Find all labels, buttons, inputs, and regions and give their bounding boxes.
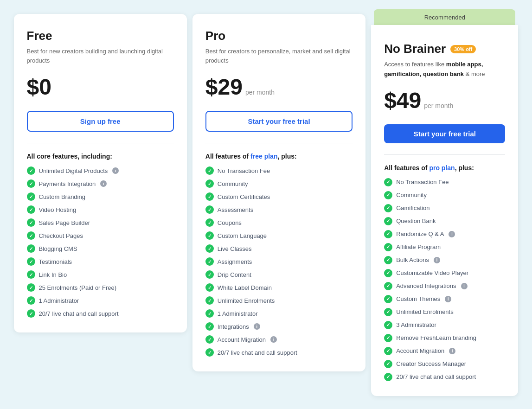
no-brainer-features-heading: All features of pro plan, plus: [384,164,505,172]
check-icon [384,230,392,238]
info-icon[interactable] [461,283,468,289]
no-brainer-cta-button[interactable]: Start your free trial [384,124,505,143]
list-item: Custom Themes [384,295,505,303]
info-icon[interactable] [449,231,455,237]
check-icon [205,205,214,214]
check-icon [27,270,35,279]
list-item: 25 Enrolments (Paid or Free) [27,283,174,292]
list-item: Account Migration [205,335,353,344]
info-icon[interactable] [100,180,107,187]
no-brainer-feature-list: No Transaction Fee Community Gamificatio… [384,178,505,381]
list-item: Custom Certificates [205,192,353,201]
check-icon [27,192,35,201]
list-item: Community [205,179,353,188]
pro-plan-name: Pro [205,29,353,43]
pro-cta-button[interactable]: Start your free trial [205,111,353,132]
list-item: Gamification [384,204,505,212]
check-icon [384,204,392,212]
check-icon [384,256,392,264]
check-icon [205,166,214,175]
no-brainer-divider [384,154,505,155]
check-icon [205,348,214,357]
list-item: Account Migration [384,347,505,355]
free-cta-button[interactable]: Sign up free [27,111,174,132]
free-plan-card: Free Best for new creators building and … [14,14,187,332]
list-item: 1 Administrator [205,309,353,318]
check-icon [384,282,392,290]
no-brainer-description: Access to features like mobile apps, gam… [384,60,505,79]
list-item: White Label Domain [205,283,353,292]
list-item: Coupons [205,218,353,227]
free-price-row: $0 [27,74,174,100]
free-price-amount: $0 [27,74,51,100]
list-item: Unlimited Digital Products [27,166,174,175]
list-item: Link In Bio [27,270,174,279]
list-item: Payments Integration [27,179,174,188]
no-brainer-price-row: $49 per month [384,88,505,113]
list-item: Affiliate Program [384,243,505,251]
check-icon [27,179,35,188]
no-brainer-price-amount: $49 [384,88,421,113]
pro-price-amount: $29 [205,74,243,100]
info-icon[interactable] [449,348,455,354]
list-item: No Transaction Fee [205,166,353,175]
check-icon [205,231,214,240]
no-brainer-name-row: No Brainer 30% off [384,42,505,56]
list-item: Bulk Actions [384,256,505,264]
recommended-badge-wrapper: Recommended [374,9,515,25]
free-plan-description: Best for new creators building and launc… [27,47,174,65]
recommended-badge: Recommended [424,14,465,21]
check-icon [27,296,35,305]
pro-plan-card: Pro Best for creators to personalize, ma… [192,14,365,371]
list-item: 3 Administrator [384,321,505,329]
check-icon [205,283,214,292]
list-item: 20/7 live chat and call support [27,309,174,318]
check-icon [205,192,214,201]
check-icon [205,257,214,266]
list-item: Custom Branding [27,192,174,201]
list-item: Creator Success Manager [384,360,505,368]
check-icon [384,178,392,186]
list-item: Integrations [205,322,353,331]
check-icon [384,308,392,316]
pro-features-heading: All features of free plan, plus: [205,153,353,160]
info-icon[interactable] [112,167,119,174]
info-icon[interactable] [434,257,440,263]
list-item: Customizable Video Player [384,269,505,277]
check-icon [384,321,392,329]
list-item: Video Hosting [27,205,174,214]
check-icon [205,218,214,227]
pro-price-row: $29 per month [205,74,353,100]
pro-feature-list: No Transaction Fee Community Custom Cert… [205,166,353,357]
pro-plan-description: Best for creators to personalize, market… [205,47,353,65]
list-item: Remove FreshLearn branding [384,334,505,342]
list-item: Randomize Q & A [384,230,505,238]
info-icon[interactable] [254,323,260,330]
list-item: Assignments [205,257,353,266]
list-item: Advanced Integrations [384,282,505,290]
free-feature-list: Unlimited Digital Products Payments Inte… [27,166,174,318]
info-icon[interactable] [270,336,277,343]
info-icon[interactable] [445,296,451,302]
check-icon [27,231,35,240]
check-icon [384,347,392,355]
check-icon [27,218,35,227]
list-item: Testimonials [27,257,174,266]
check-icon [384,217,392,225]
list-item: 20/7 live chat and call support [205,348,353,357]
pro-divider [205,143,353,143]
list-item: 20/7 live chat and call support [384,373,505,381]
list-item: Checkout Pages [27,231,174,240]
no-brainer-plan-name: No Brainer [384,42,446,56]
list-item: Assessments [205,205,353,214]
check-icon [27,205,35,214]
discount-badge: 30% off [450,45,476,53]
list-item: No Transaction Fee [384,178,505,186]
check-icon [205,322,214,331]
check-icon [27,166,35,175]
list-item: Question Bank [384,217,505,225]
check-icon [384,373,392,381]
check-icon [205,179,214,188]
free-divider [27,143,174,143]
check-icon [384,360,392,368]
